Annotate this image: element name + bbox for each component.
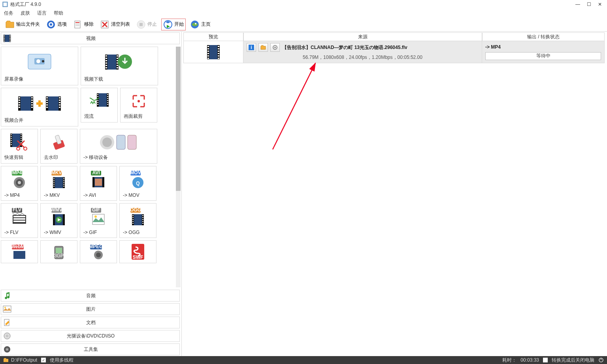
svg-rect-167 — [132, 221, 134, 222]
svg-rect-53 — [19, 102, 20, 103]
tile-to-mpeg[interactable]: MPEG — [80, 240, 117, 263]
remove-button[interactable]: 移除 — [71, 19, 96, 30]
svg-point-116 — [16, 179, 23, 186]
svg-rect-202 — [207, 58, 209, 59]
svg-rect-19 — [4, 36, 5, 37]
task-row[interactable]: i 【告别泪水】CLANNAD—梦の町 13光玉の物语.296045.flv 5… — [183, 41, 605, 63]
svg-rect-76 — [107, 93, 109, 107]
tile-screen-record-label: 屏幕录像 — [4, 76, 23, 83]
svg-rect-203 — [218, 46, 219, 47]
minimize-button[interactable]: — — [573, 1, 582, 8]
th-preview[interactable]: 预览 — [183, 32, 243, 41]
tile-mux[interactable]: 混流 — [81, 88, 118, 123]
info-button[interactable]: i — [247, 43, 256, 52]
svg-rect-161 — [132, 214, 144, 225]
elapsed-label: 耗时： — [502, 357, 517, 364]
output-path[interactable]: D:\FFOutput — [11, 357, 37, 363]
tile-to-ogg[interactable]: OGG -> OGG — [119, 203, 156, 238]
svg-rect-107 — [53, 140, 65, 150]
th-output[interactable]: 输出 / 转换状态 — [482, 32, 605, 41]
tile-to-mkv[interactable]: MKV -> MKV — [40, 166, 77, 201]
tile-to-webm[interactable]: WebM — [1, 240, 38, 263]
svg-rect-88 — [107, 104, 108, 105]
category-document-label: 文档 — [12, 319, 169, 326]
tile-to-avi-label: -> AVI — [83, 192, 96, 198]
svg-rect-29 — [34, 58, 45, 64]
svg-point-182 — [94, 251, 103, 259]
svg-rect-204 — [218, 48, 219, 49]
tile-to-wmv[interactable]: WMV -> WMV — [40, 203, 77, 238]
output-folder-button[interactable]: 输出文件夹 — [3, 19, 42, 30]
th-source[interactable]: 来源 — [243, 32, 482, 41]
svg-rect-52 — [19, 100, 20, 101]
start-button[interactable]: 开始 — [161, 19, 186, 30]
svg-rect-135 — [92, 177, 104, 187]
svg-rect-43 — [117, 60, 118, 61]
tile-to-mobile[interactable]: -> 移动设备 — [80, 129, 157, 164]
svg-rect-130 — [63, 182, 64, 183]
svg-text:MP4: MP4 — [12, 170, 22, 175]
svg-rect-8 — [75, 25, 79, 26]
left-scrollbar[interactable] — [176, 47, 181, 287]
category-video-header[interactable]: 视频 — [1, 32, 180, 44]
tile-to-swf[interactable]: SWF — [119, 240, 156, 263]
tile-video-merge[interactable]: 视频合并 — [1, 88, 78, 126]
svg-rect-157 — [92, 214, 104, 224]
stop-button[interactable]: 停止 — [134, 19, 159, 30]
td-preview — [183, 41, 243, 63]
film-thumbnail-icon — [206, 44, 221, 60]
svg-rect-69 — [59, 97, 60, 98]
svg-point-30 — [36, 59, 40, 63]
options-button[interactable]: 选项 — [44, 19, 69, 30]
tile-video-download[interactable]: 视频下载 — [81, 47, 158, 85]
svg-rect-178 — [56, 248, 62, 253]
tile-quick-cut[interactable]: 快速剪辑 — [1, 129, 38, 164]
multithread-checkbox[interactable]: ✓ — [41, 358, 46, 362]
svg-text:WMV: WMV — [51, 207, 62, 213]
tile-to-gif[interactable]: GIF -> GIF — [80, 203, 117, 238]
svg-rect-171 — [142, 219, 143, 220]
svg-point-110 — [102, 138, 112, 147]
tile-to-mp4[interactable]: MP4 -> MP4 — [1, 166, 38, 201]
tile-screen-record[interactable]: 屏幕录像 — [1, 47, 78, 85]
svg-point-193 — [7, 349, 8, 350]
settings-button[interactable] — [270, 43, 280, 52]
svg-rect-58 — [31, 102, 33, 103]
svg-rect-201 — [207, 55, 209, 57]
category-video-label: 视频 — [12, 35, 169, 42]
menu-bar: 任务 皮肤 语言 帮助 — [0, 9, 607, 17]
category-document-header[interactable]: 文档 — [1, 317, 180, 328]
svg-rect-33 — [105, 55, 107, 70]
menu-language[interactable]: 语言 — [37, 10, 47, 17]
open-folder-button[interactable] — [258, 43, 268, 52]
shutdown-checkbox[interactable] — [543, 358, 548, 362]
category-audio-header[interactable]: 音频 — [1, 290, 180, 302]
svg-rect-102 — [21, 140, 22, 141]
svg-rect-197 — [207, 46, 209, 47]
clear-list-button[interactable]: 清空列表 — [98, 19, 132, 30]
menu-help[interactable]: 帮助 — [54, 10, 63, 17]
svg-rect-27 — [9, 41, 11, 41]
td-output: -> MP4 等待中 — [482, 41, 605, 63]
category-rom-header[interactable]: 光驱设备\DVD\CD\ISO — [1, 330, 180, 342]
svg-rect-35 — [106, 55, 107, 57]
output-format-label: -> MP4 — [485, 44, 601, 50]
tile-remove-watermark[interactable]: 去水印 — [40, 129, 77, 164]
svg-rect-125 — [53, 182, 55, 183]
category-image-header[interactable]: 图片 — [1, 303, 180, 315]
tile-to-avi[interactable]: AVI -> AVI — [80, 166, 117, 201]
tile-to-mov[interactable]: MOVQ -> MOV — [119, 166, 156, 201]
svg-point-190 — [6, 335, 8, 337]
category-toolset-header[interactable]: 工具集 — [1, 343, 180, 355]
menu-skin[interactable]: 皮肤 — [21, 10, 30, 17]
svg-rect-143 — [12, 208, 22, 213]
tile-to-3gp[interactable]: 3GP — [40, 240, 77, 263]
close-button[interactable]: ✕ — [595, 1, 605, 8]
svg-rect-169 — [142, 215, 143, 216]
tile-to-flv[interactable]: FLV -> FLV — [1, 203, 38, 238]
right-panel: 预览 来源 输出 / 转换状态 i 【告别泪水】CLANNAD—梦の町 13光玉… — [182, 32, 607, 356]
homepage-button[interactable]: 主页 — [188, 19, 213, 30]
tile-crop[interactable]: 画面裁剪 — [120, 88, 157, 123]
maximize-button[interactable]: ☐ — [584, 1, 594, 8]
menu-task[interactable]: 任务 — [4, 10, 13, 17]
